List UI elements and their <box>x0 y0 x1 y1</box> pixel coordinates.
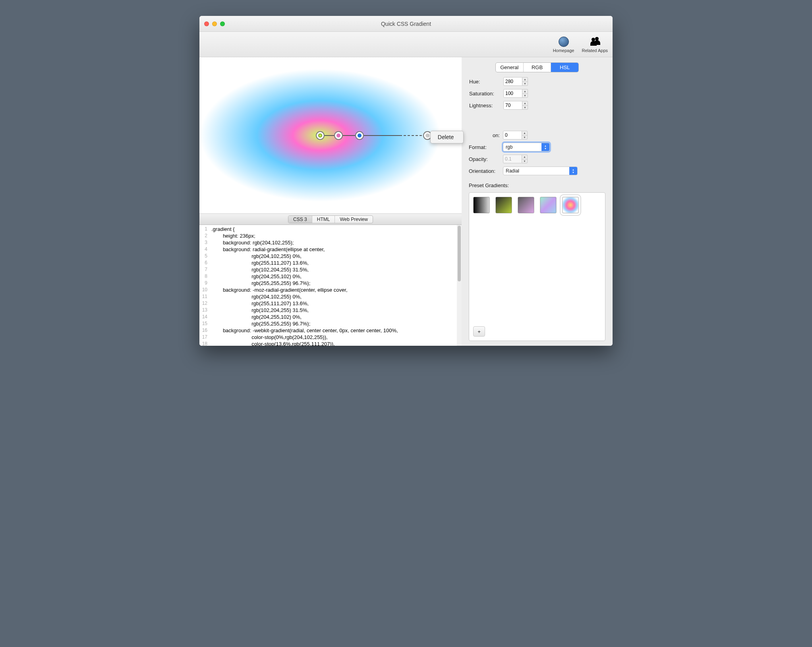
row-lightness: Lightness: ▲▼ <box>469 99 605 111</box>
app-window: Quick CSS Gradient Homepage Related Apps <box>199 16 613 346</box>
homepage-button[interactable]: Homepage <box>552 36 576 53</box>
position-input[interactable] <box>503 131 522 139</box>
related-apps-label: Related Apps <box>582 48 608 53</box>
lightness-input[interactable] <box>503 101 522 110</box>
label-saturation: Saturation: <box>469 91 500 97</box>
hue-input[interactable] <box>503 77 522 86</box>
label-format: Format: <box>469 144 500 150</box>
color-mode-segmented-control: General RGB HSL <box>495 62 579 72</box>
label-orientation: Orientation: <box>469 168 500 174</box>
code-gutter: 123456789101112131415161718 <box>199 225 210 346</box>
code-output[interactable]: .gradient { height: 236px; background: r… <box>210 225 457 346</box>
people-icon <box>589 36 600 47</box>
orientation-value: Radial <box>506 168 519 174</box>
lightness-step-up[interactable]: ▲ <box>522 101 528 106</box>
related-apps-button[interactable]: Related Apps <box>582 36 608 53</box>
homepage-label: Homepage <box>553 48 574 53</box>
plus-icon: + <box>478 329 481 335</box>
right-column: General RGB HSL Hue: ▲▼ Saturation: ▲▼ <box>462 57 613 346</box>
hue-step-down[interactable]: ▼ <box>522 82 528 86</box>
tab-html[interactable]: HTML <box>312 216 335 223</box>
gradient-preview[interactable]: Delete <box>199 57 462 214</box>
gradient-stop-1[interactable] <box>334 131 343 140</box>
format-value: rgb <box>506 144 512 150</box>
preset-swatch-1[interactable] <box>473 197 490 213</box>
toolbar: Homepage Related Apps <box>199 32 613 57</box>
preset-swatch-3[interactable] <box>518 197 534 213</box>
opacity-step-down[interactable]: ▼ <box>522 159 527 163</box>
saturation-input[interactable] <box>503 89 522 98</box>
row-opacity: Opacity: ▲▼ <box>469 153 605 165</box>
stop-panel: on: ▲▼ Format: rgb O <box>469 129 605 177</box>
label-lightness: Lightness: <box>469 103 500 108</box>
tab-hsl[interactable]: HSL <box>551 63 578 72</box>
presets-box: + <box>469 192 605 341</box>
orientation-select[interactable]: Radial <box>503 167 578 175</box>
tab-general[interactable]: General <box>496 63 524 72</box>
left-column: Delete CSS 3 HTML Web Preview 1234567891… <box>199 57 462 346</box>
lightness-step-down[interactable]: ▼ <box>522 106 528 110</box>
position-stepper[interactable]: ▲▼ <box>503 131 528 139</box>
content: Delete CSS 3 HTML Web Preview 1234567891… <box>199 57 613 346</box>
tab-web-preview[interactable]: Web Preview <box>335 216 372 223</box>
row-orientation: Orientation: Radial <box>469 165 605 177</box>
opacity-stepper[interactable]: ▲▼ <box>503 155 528 163</box>
position-step-down[interactable]: ▼ <box>522 136 527 139</box>
row-position: on: ▲▼ <box>469 129 605 141</box>
opacity-input[interactable] <box>503 155 522 163</box>
context-menu: Delete <box>430 131 464 143</box>
gradient-stop-0[interactable] <box>316 131 325 140</box>
add-preset-button[interactable]: + <box>473 326 485 337</box>
code-scrollbar[interactable] <box>457 225 462 346</box>
context-menu-delete[interactable]: Delete <box>432 133 462 141</box>
saturation-step-down[interactable]: ▼ <box>522 94 528 98</box>
output-segmented-control: CSS 3 HTML Web Preview <box>288 215 373 223</box>
titlebar[interactable]: Quick CSS Gradient <box>199 16 613 32</box>
saturation-stepper[interactable]: ▲▼ <box>503 89 528 98</box>
tab-rgb[interactable]: RGB <box>524 63 551 72</box>
row-hue: Hue: ▲▼ <box>469 76 605 87</box>
chevron-updown-icon <box>569 167 577 175</box>
label-hue: Hue: <box>469 79 500 85</box>
output-tabs: CSS 3 HTML Web Preview <box>199 214 462 225</box>
position-step-up[interactable]: ▲ <box>522 131 527 136</box>
presets-label: Preset Gradients: <box>469 182 605 188</box>
preset-swatches <box>473 197 601 213</box>
format-select[interactable]: rgb <box>503 143 550 151</box>
globe-icon <box>558 36 569 47</box>
hue-step-up[interactable]: ▲ <box>522 77 528 82</box>
gradient-stop-2[interactable] <box>355 131 364 140</box>
label-position-partial: on: <box>469 132 500 138</box>
preset-swatch-2[interactable] <box>495 197 512 213</box>
color-panel: General RGB HSL Hue: ▲▼ Saturation: ▲▼ <box>469 62 605 114</box>
row-format: Format: rgb <box>469 141 605 153</box>
code-area: 123456789101112131415161718 .gradient { … <box>199 225 462 346</box>
lightness-stepper[interactable]: ▲▼ <box>503 101 528 110</box>
preset-swatch-5[interactable] <box>562 197 579 213</box>
preset-swatch-4[interactable] <box>540 197 557 213</box>
label-opacity: Opacity: <box>469 156 500 162</box>
hue-stepper[interactable]: ▲▼ <box>503 77 528 86</box>
window-title: Quick CSS Gradient <box>199 21 613 27</box>
opacity-step-up[interactable]: ▲ <box>522 155 527 159</box>
chevron-updown-icon <box>541 143 549 151</box>
saturation-step-up[interactable]: ▲ <box>522 89 528 94</box>
tab-css3[interactable]: CSS 3 <box>288 216 312 223</box>
code-scrollbar-thumb[interactable] <box>458 226 461 281</box>
row-saturation: Saturation: ▲▼ <box>469 87 605 99</box>
